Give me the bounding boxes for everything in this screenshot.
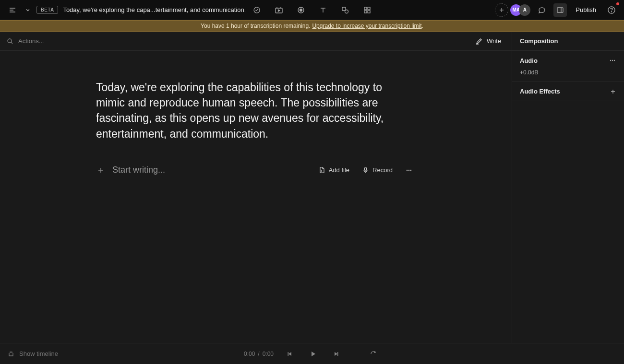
svg-marker-42 <box>312 352 315 356</box>
shapes-icon[interactable] <box>338 3 352 17</box>
insert-block-button[interactable] <box>96 167 106 174</box>
show-timeline-label: Show timeline <box>19 350 58 357</box>
svg-point-23 <box>612 12 612 12</box>
svg-point-9 <box>300 9 302 11</box>
grid-icon[interactable] <box>360 3 374 17</box>
topbar-left: BETA Today, we're exploring the capa...t… <box>6 3 490 17</box>
svg-rect-30 <box>365 167 367 171</box>
record-circle-icon[interactable] <box>294 3 308 17</box>
video-icon[interactable] <box>272 3 286 17</box>
more-options-button[interactable] <box>402 164 416 176</box>
skip-forward-button[interactable] <box>329 347 343 361</box>
record-label: Record <box>372 166 393 174</box>
svg-rect-41 <box>288 352 289 356</box>
banner-text: You have 1 hour of transcription remaini… <box>201 23 310 29</box>
add-file-button[interactable]: Add file <box>315 164 352 176</box>
svg-marker-40 <box>288 352 291 356</box>
mic-icon <box>362 166 369 174</box>
editor-pane: Actions... Write Today, we're exploring … <box>0 32 512 343</box>
skip-back-button[interactable] <box>283 347 297 361</box>
svg-point-33 <box>408 170 409 171</box>
chevron-down-icon[interactable] <box>24 3 32 17</box>
more-icon <box>405 166 413 174</box>
loop-button[interactable] <box>367 347 380 361</box>
audio-gain-value[interactable]: +0.0dB <box>520 69 616 76</box>
main-area: Actions... Write Today, we're exploring … <box>0 32 624 343</box>
upgrade-banner: You have 1 hour of transcription remaini… <box>0 20 624 32</box>
actions-placeholder: Actions... <box>18 37 44 45</box>
menu-icon[interactable] <box>6 3 19 17</box>
top-bar: BETA Today, we're exploring the capa...t… <box>0 0 624 20</box>
panel-toggle-icon[interactable] <box>553 3 567 17</box>
write-label: Write <box>487 37 501 45</box>
audio-more-icon[interactable] <box>609 57 616 64</box>
status-check-icon <box>250 3 264 17</box>
start-writing-placeholder[interactable]: Start writing... <box>112 165 309 175</box>
audio-effects-section[interactable]: Audio Effects <box>512 82 624 101</box>
add-effect-button[interactable] <box>610 88 616 95</box>
playback-controls: 0:00 / 0:00 <box>244 347 380 361</box>
beta-badge: BETA <box>36 6 58 14</box>
document-title[interactable]: Today, we're exploring the capa...tertai… <box>63 6 245 13</box>
time-separator: / <box>258 351 259 357</box>
svg-point-24 <box>8 39 12 43</box>
svg-point-36 <box>612 60 613 61</box>
topbar-right: MA A Publish <box>495 3 618 17</box>
svg-rect-44 <box>337 352 338 356</box>
search-icon <box>7 38 13 45</box>
sidebar-title: Composition <box>512 32 624 51</box>
record-button[interactable]: Record <box>359 164 396 176</box>
audio-section[interactable]: Audio +0.0dB <box>512 51 624 82</box>
show-timeline-button[interactable]: Show timeline <box>8 350 58 357</box>
file-icon <box>318 166 325 174</box>
current-time: 0:00 <box>244 351 255 357</box>
svg-marker-7 <box>278 10 280 12</box>
writing-row: Start writing... Add file Record <box>96 164 416 176</box>
banner-dot: . <box>422 23 423 29</box>
topbar-tools <box>272 3 374 17</box>
svg-marker-43 <box>335 352 337 356</box>
add-file-label: Add file <box>329 166 349 174</box>
svg-point-32 <box>407 170 408 171</box>
actions-bar: Actions... Write <box>0 32 512 51</box>
write-button[interactable]: Write <box>471 35 505 47</box>
svg-line-25 <box>11 42 12 44</box>
avatar: A <box>519 4 530 16</box>
svg-point-34 <box>410 170 411 171</box>
publish-button[interactable]: Publish <box>572 4 600 15</box>
svg-rect-14 <box>364 7 367 10</box>
audio-section-title: Audio <box>520 57 538 64</box>
time-display: 0:00 / 0:00 <box>244 351 274 357</box>
svg-rect-15 <box>368 7 370 10</box>
help-icon[interactable] <box>605 3 618 17</box>
write-icon <box>475 37 483 45</box>
effects-section-title: Audio Effects <box>520 88 560 95</box>
composition-sidebar: Composition Audio +0.0dB Audio Effects <box>512 32 624 343</box>
document-content[interactable]: Today, we're exploring the capabilities … <box>96 80 413 141</box>
avatar-group[interactable]: MA A <box>513 4 530 16</box>
play-button[interactable] <box>306 347 320 361</box>
banner-upgrade-link[interactable]: Upgrade to increase your transcription l… <box>312 23 421 29</box>
bottom-bar: Show timeline 0:00 / 0:00 <box>0 343 624 364</box>
total-time: 0:00 <box>263 351 274 357</box>
svg-point-13 <box>345 10 348 13</box>
svg-rect-20 <box>557 8 563 12</box>
actions-search[interactable]: Actions... <box>7 37 471 45</box>
svg-rect-16 <box>364 11 367 13</box>
text-icon[interactable] <box>316 3 330 17</box>
svg-point-35 <box>610 60 611 61</box>
editor-body[interactable]: Today, we're exploring the capabilities … <box>0 51 512 343</box>
svg-rect-17 <box>368 11 370 13</box>
svg-rect-12 <box>342 7 346 11</box>
add-user-button[interactable] <box>495 3 508 17</box>
comment-icon[interactable] <box>535 3 549 17</box>
notification-dot <box>616 2 619 5</box>
timeline-icon <box>8 351 14 357</box>
svg-point-37 <box>614 60 615 61</box>
